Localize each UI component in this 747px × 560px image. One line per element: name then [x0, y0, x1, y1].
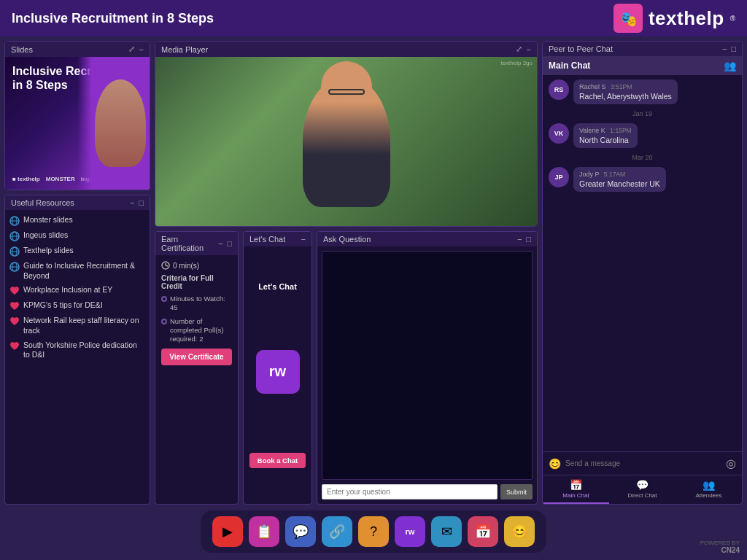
- ask-question-panel: Ask Question − □ Submit: [317, 231, 538, 505]
- help-button[interactable]: ?: [358, 516, 389, 547]
- cert-bullet-1: [161, 296, 167, 302]
- resources-list: Monster slides Ingeus slides Texthelp sl…: [5, 210, 150, 504]
- chat-button[interactable]: 💬: [285, 516, 316, 547]
- slide-logo-monster: MONSTER: [46, 176, 75, 182]
- peer-chat-label: Peer to Peer Chat: [549, 44, 613, 53]
- page-title: Inclusive Recruitment in 8 Steps: [12, 11, 214, 26]
- svg-line-16: [166, 265, 168, 266]
- resource-item[interactable]: Guide to Inclusive Recruitment & Beyond: [9, 259, 145, 283]
- chat-widget-minimize-icon[interactable]: −: [301, 235, 306, 244]
- heart-icon: [9, 301, 20, 311]
- media-label: Media Player: [161, 45, 208, 54]
- slides-panel-controls: ⤢ −: [128, 44, 144, 54]
- chat-bubble-text: North Carolina: [579, 136, 632, 144]
- cert-bullet-2: [161, 319, 167, 324]
- tab-attendees[interactable]: 👥 Attendees: [676, 475, 742, 504]
- presenter: [303, 76, 390, 207]
- chat-bubble-name: Valerie K 1:15PM: [579, 127, 632, 134]
- chat-tabs: 📅 Main Chat 💬 Direct Chat 👥 Attendees: [543, 475, 742, 504]
- tab-direct-chat[interactable]: 💬 Direct Chat: [609, 475, 676, 504]
- ask-close-icon[interactable]: □: [526, 235, 531, 244]
- calendar-button[interactable]: 📅: [468, 516, 498, 547]
- globe-icon: [9, 216, 20, 226]
- chat-avatar: JP: [549, 167, 569, 187]
- resources-panel-controls: − □: [130, 198, 144, 207]
- globe-icon: [9, 231, 20, 241]
- chat-bubble-text: Rachel, Aberystwyth Wales: [579, 92, 672, 101]
- slide-person: [77, 57, 150, 190]
- cert-close-icon[interactable]: □: [227, 239, 232, 248]
- slides-button[interactable]: 📋: [249, 516, 279, 547]
- send-emoji-icon[interactable]: 😊: [549, 458, 561, 470]
- cert-panel-header: Earn Certification − □: [155, 232, 238, 255]
- rw-button[interactable]: rw: [395, 516, 425, 547]
- presenter-glasses: [328, 89, 365, 95]
- tab-main-chat[interactable]: 📅 Main Chat: [543, 475, 609, 504]
- resources-close-icon[interactable]: □: [139, 198, 144, 207]
- book-chat-button[interactable]: Book a Chat: [249, 453, 306, 468]
- texthelp-logo-icon: 🎭: [614, 4, 643, 33]
- resource-item[interactable]: KPMG's 5 tips for DE&I: [9, 298, 145, 314]
- view-certificate-button[interactable]: View Certificate: [161, 349, 232, 365]
- resource-item[interactable]: Texthelp slides: [9, 244, 145, 259]
- middle-column: Media Player ⤢ − texthelp 2go: [155, 41, 538, 505]
- media-minimize-icon[interactable]: −: [527, 45, 531, 54]
- message-button[interactable]: ✉: [431, 516, 462, 547]
- top-header: Inclusive Recruitment in 8 Steps 🎭 texth…: [0, 0, 747, 36]
- resources-minimize-icon[interactable]: −: [130, 198, 134, 207]
- peer-chat-minimize-icon[interactable]: −: [722, 44, 727, 53]
- rw-dock-icon: rw: [406, 527, 415, 536]
- ask-minimize-icon[interactable]: −: [517, 235, 522, 244]
- main-chat-tab-label: Main Chat: [562, 492, 589, 499]
- bottom-mid-row: Earn Certification − □ 0 min(s) Criteria…: [155, 231, 538, 505]
- chat-input[interactable]: [565, 459, 721, 467]
- slides-panel-header: Slides ⤢ −: [5, 42, 150, 57]
- cert-content: 0 min(s) Criteria for Full Credit Minute…: [155, 255, 238, 504]
- ask-content: Submit: [317, 246, 537, 504]
- slides-minimize-icon[interactable]: −: [139, 45, 144, 54]
- chat-bubble-time: 3:51PM: [611, 83, 632, 90]
- resource-text: Texthelp slides: [23, 246, 74, 256]
- presenter-body: [303, 76, 390, 207]
- slide-person-shape: [95, 79, 146, 167]
- rw-logo-box: rw: [256, 350, 300, 394]
- chat-bubble-time: 5:17AM: [604, 171, 625, 178]
- chat-date-divider: Mar 20: [549, 151, 736, 164]
- cert-time-value: 0 min(s): [173, 262, 199, 270]
- resource-item[interactable]: South Yorkshire Police dedication to D&I: [9, 338, 145, 362]
- emoji-button[interactable]: 😊: [504, 516, 535, 547]
- submit-button[interactable]: Submit: [500, 484, 533, 499]
- resource-item[interactable]: Monster slides: [9, 213, 145, 228]
- media-expand-icon[interactable]: ⤢: [516, 44, 522, 54]
- emoji-button-icon: 😊: [511, 524, 527, 540]
- cert-minimize-icon[interactable]: −: [218, 239, 222, 248]
- chat-message: RS Rachel S 3:51PM Rachel, Aberystwyth W…: [549, 79, 736, 104]
- peer-chat-panel: Peer to Peer Chat − □ Main Chat 👥 RS Rac…: [542, 41, 743, 505]
- globe-icon: [9, 246, 20, 257]
- link-button[interactable]: 🔗: [322, 516, 352, 547]
- peer-chat-expand-icon[interactable]: □: [731, 44, 736, 53]
- watermark-line2: CN24: [700, 546, 740, 554]
- cert-criteria-item-1: Minutes to Watch: 45: [161, 295, 232, 313]
- slides-expand-icon[interactable]: ⤢: [128, 44, 135, 54]
- heart-icon: [9, 341, 20, 351]
- send-icon[interactable]: ◎: [726, 456, 736, 470]
- texthelp-logo: 🎭 texthelp ®: [614, 4, 735, 33]
- slide-background: Inclusive Recruitment in 8 Steps ■ texth…: [5, 57, 150, 190]
- resource-text: South Yorkshire Police dedication to D&I: [23, 341, 145, 360]
- resource-text: KPMG's 5 tips for DE&I: [23, 300, 103, 311]
- chat-date-divider: Jan 19: [549, 107, 736, 120]
- chat-bubble-name: Rachel S 3:51PM: [579, 83, 672, 90]
- resource-item[interactable]: Network Rail keep staff literacy on trac…: [9, 314, 145, 338]
- chat-messages: RS Rachel S 3:51PM Rachel, Aberystwyth W…: [543, 75, 742, 451]
- main-chat-subheader: Main Chat 👥: [543, 56, 742, 75]
- question-input[interactable]: [322, 484, 498, 499]
- question-textarea[interactable]: [322, 251, 533, 480]
- chat-bubble-time: 1:15PM: [610, 127, 631, 134]
- direct-chat-tab-icon: 💬: [636, 479, 649, 491]
- video-button[interactable]: ▶: [212, 516, 243, 547]
- left-column: Slides ⤢ − Inclusive Recruitment in 8 St…: [4, 41, 150, 505]
- media-panel-header: Media Player ⤢ −: [155, 42, 537, 57]
- resource-item[interactable]: Workplace Inclusion at EY: [9, 283, 145, 298]
- resource-item[interactable]: Ingeus slides: [9, 228, 145, 244]
